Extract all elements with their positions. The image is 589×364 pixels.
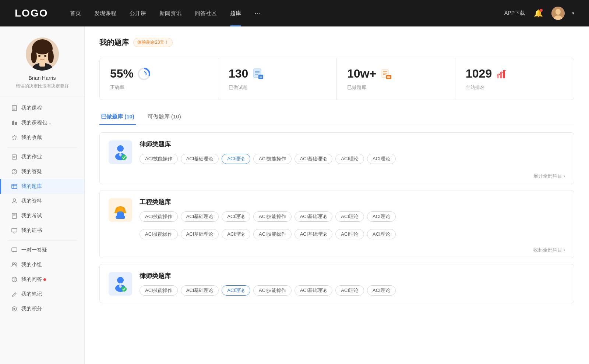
nav-discover[interactable]: 发现课程	[94, 10, 116, 17]
tag[interactable]: ACI理论	[367, 229, 396, 239]
stat-label: 正确率	[110, 84, 208, 91]
tag[interactable]: ACI技能操作	[140, 229, 178, 239]
tag[interactable]: ACI理论	[367, 154, 396, 164]
svg-point-39	[13, 263, 14, 265]
stat-top: 10w+	[347, 67, 445, 81]
tag[interactable]: ACI基础理论	[294, 211, 333, 222]
sidebar-item-homework[interactable]: 我的作业	[0, 150, 84, 164]
sidebar-item-cert[interactable]: 我的证书	[0, 223, 84, 238]
tag[interactable]: ACI理论	[367, 211, 396, 222]
sidebar-item-myqa[interactable]: ? 我的问答	[0, 272, 84, 287]
nav-home[interactable]: 首页	[70, 10, 81, 17]
nav-news[interactable]: 新闻资讯	[159, 10, 181, 17]
sidebar-divider-1	[7, 147, 77, 147]
sidebar-label: 我的作业	[21, 154, 42, 160]
stat-accuracy: 55% 正确率	[100, 58, 218, 100]
notification-bell[interactable]: 🔔	[532, 7, 544, 19]
tag[interactable]: ACI基础理论	[181, 229, 219, 239]
tag[interactable]: ACI技能操作	[253, 229, 292, 239]
tag[interactable]: ACI理论	[335, 285, 364, 296]
avatar-dropdown-arrow[interactable]: ▾	[572, 11, 574, 16]
tag[interactable]: ACI理论	[335, 211, 364, 222]
sidebar-item-bank[interactable]: 我的题库	[0, 179, 84, 194]
stat-top: 1029	[466, 67, 564, 81]
bank-card-header-2: 工程类题库 ACI技能操作 ACI基础理论 ACI理论 ACI技能操作 ACI基…	[100, 190, 574, 229]
course-icon	[11, 105, 18, 111]
sidebar-label: 我的收藏	[21, 134, 42, 141]
tag[interactable]: ACI技能操作	[253, 154, 292, 164]
svg-text:?: ?	[14, 170, 16, 174]
tab-available[interactable]: 可做题库 (10)	[146, 110, 183, 125]
sidebar-label: 我的课程	[21, 105, 42, 111]
sidebar-item-course[interactable]: 我的课程	[0, 101, 84, 115]
nav-qa[interactable]: 问答社区	[195, 10, 217, 17]
sidebar-item-points[interactable]: 我的积分	[0, 301, 84, 316]
stat-done-banks: 10w+ 已做题库	[337, 58, 455, 100]
svg-rect-28	[12, 184, 17, 189]
sidebar-item-1on1[interactable]: 一对一答疑	[0, 243, 84, 257]
svg-line-43	[15, 293, 15, 294]
svg-rect-56	[258, 75, 263, 79]
tag-active[interactable]: ACI理论	[222, 154, 250, 164]
star-icon	[11, 134, 18, 141]
collapse-link-2[interactable]: 收起全部科目 ›	[533, 247, 565, 253]
stat-top: 55%	[110, 67, 208, 81]
tag[interactable]: ACI基础理论	[181, 211, 219, 222]
sidebar: Brian Harris 错误的决定比没有决定要好 我的课程 我的课程包...	[0, 26, 85, 364]
svg-point-40	[15, 263, 17, 265]
tag[interactable]: ACI技能操作	[140, 211, 178, 222]
nav-more[interactable]: ···	[254, 10, 260, 17]
sidebar-label: 我的证书	[21, 227, 42, 234]
svg-point-31	[13, 199, 16, 201]
bank-card-3: 律师类题库 ACI技能操作 ACI基础理论 ACI理论 ACI技能操作 ACI基…	[99, 264, 574, 303]
stat-value: 1029	[466, 67, 492, 81]
profile-icon	[11, 198, 18, 204]
tag[interactable]: ACI理论	[335, 154, 364, 164]
sidebar-menu: 我的课程 我的课程包... 我的收藏 我的作业	[0, 101, 84, 316]
tag[interactable]: ACI理论	[222, 211, 250, 222]
tag-active[interactable]: ACI理论	[222, 285, 250, 296]
sidebar-item-favorites[interactable]: 我的收藏	[0, 130, 84, 145]
svg-point-76	[117, 207, 123, 213]
tag[interactable]: ACI技能操作	[253, 211, 292, 222]
sidebar-item-exam[interactable]: 我的考试	[0, 208, 84, 223]
tag[interactable]: ACI理论	[335, 229, 364, 239]
sidebar-item-questions[interactable]: ? 我的答疑	[0, 164, 84, 179]
sidebar-label: 一对一答疑	[21, 247, 47, 253]
stat-value: 130	[229, 67, 248, 81]
tag[interactable]: ACI理论	[222, 229, 250, 239]
nav-bank[interactable]: 题库	[230, 10, 241, 17]
main-content: 我的题库 体验剩余23天！ 55% 正确	[85, 26, 589, 364]
tag[interactable]: ACI基础理论	[294, 154, 333, 164]
svg-rect-18	[12, 121, 13, 125]
nav-open-course[interactable]: 公开课	[130, 10, 146, 17]
tag[interactable]: ACI基础理论	[294, 285, 333, 296]
app-download-button[interactable]: APP下载	[504, 10, 525, 17]
tag[interactable]: ACI技能操作	[253, 285, 292, 296]
sidebar-item-coursepack[interactable]: 我的课程包...	[0, 115, 84, 130]
tag[interactable]: ACI基础理论	[294, 229, 333, 239]
tag[interactable]: ACI基础理论	[181, 154, 219, 164]
expand-link-1[interactable]: 展开全部科目 ›	[533, 173, 565, 179]
svg-point-1	[556, 9, 561, 15]
sidebar-item-notes[interactable]: 我的笔记	[0, 287, 84, 301]
avatar[interactable]	[551, 7, 565, 20]
svg-rect-38	[12, 248, 17, 251]
stat-value: 10w+	[347, 67, 376, 81]
bank-card-body-1: 律师类题库 ACI技能操作 ACI基础理论 ACI理论 ACI技能操作 ACI基…	[140, 140, 565, 164]
svg-text:?: ?	[14, 278, 16, 282]
stat-label: 已做试题	[229, 84, 326, 91]
exam-icon	[11, 213, 18, 219]
tag[interactable]: ACI理论	[367, 285, 396, 296]
bank-card-title-2: 工程类题库	[140, 198, 565, 206]
tab-done[interactable]: 已做题库 (10)	[99, 110, 136, 125]
bank-card-title-3: 律师类题库	[140, 272, 565, 280]
tag[interactable]: ACI技能操作	[140, 285, 178, 296]
tag[interactable]: ACI基础理论	[181, 285, 219, 296]
sidebar-item-group[interactable]: 我的小组	[0, 257, 84, 272]
sidebar-item-profile[interactable]: 我的资料	[0, 194, 84, 208]
doc-orange-icon	[380, 67, 393, 81]
bank-card-tags-3: ACI技能操作 ACI基础理论 ACI理论 ACI技能操作 ACI基础理论 AC…	[140, 285, 565, 296]
sidebar-avatar	[26, 38, 59, 71]
tag[interactable]: ACI技能操作	[140, 154, 178, 164]
